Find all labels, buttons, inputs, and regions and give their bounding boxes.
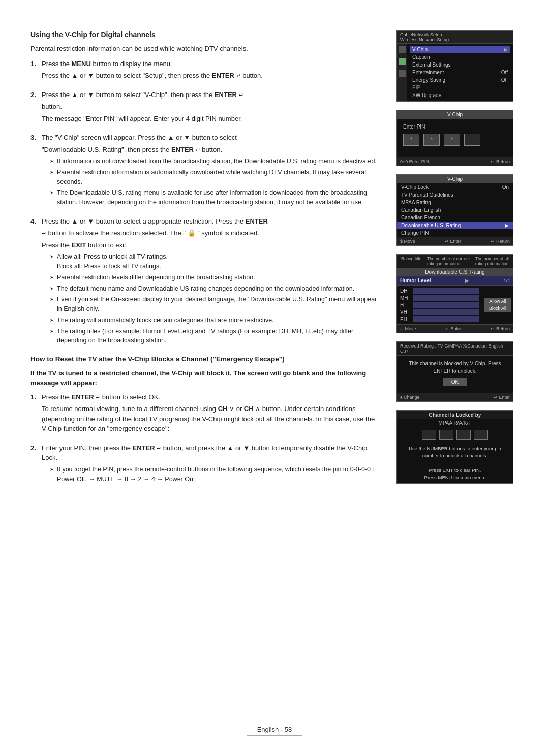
pin-body: Enter PIN * * * [397, 119, 513, 157]
humor-num: 1/2 [503, 278, 510, 284]
locked-pin-box-1 [422, 430, 436, 440]
rating-footer-return: ↩ Return [491, 326, 510, 331]
s2-step-2-num: 2. [30, 443, 42, 486]
rating-panel: Rating title The number of currentrating… [396, 254, 513, 333]
step-1-line-1: Press the MENU button to display the men… [42, 59, 381, 69]
pin-footer-right: ↩ Return [491, 159, 510, 164]
tv-guidelines-label: TV Parental Guidelines [401, 192, 453, 198]
rating-row-dh: DH [400, 288, 479, 294]
vchip-lock-item[interactable]: V-Chip Lock : On [397, 183, 513, 191]
s2-step-2-bullet-1: If you forget the PIN, press the remote-… [50, 465, 381, 484]
setup-menu-panel: CableNetwork Setup Wireless Network Setu… [396, 30, 513, 102]
step-3-bullets: If information is not downloaded from th… [50, 156, 381, 207]
setup-body: V-Chip ▶ Caption External Settings Enter… [397, 44, 513, 101]
humor-row: Humor Level ▶ 1/2 [397, 276, 513, 286]
step-4-line-2: ↵ button to activate the restriction sel… [42, 228, 381, 238]
rating-header-col1: Rating title [401, 256, 421, 266]
vchip-arrow: ▶ [504, 47, 508, 52]
locked-pin-boxes [397, 427, 513, 443]
cable-network-label: CableNetwork Setup [400, 32, 510, 37]
vchip-canadian-french[interactable]: Canadian French [397, 214, 513, 222]
setup-menu-items: V-Chip ▶ Caption External Settings Enter… [407, 44, 513, 101]
row-label-h: H [400, 302, 411, 308]
step-1-content: Press the MENU button to display the men… [42, 59, 381, 83]
left-column: Using the V-Chip for Digital channels Pa… [30, 30, 396, 726]
allow-all-button[interactable]: Allow All [484, 298, 511, 305]
step-4-line-3: Press the EXIT button to exit. [42, 240, 381, 250]
rating-header-col2: The number of currentrating information [427, 256, 470, 266]
right-column: CableNetwork Setup Wireless Network Setu… [396, 30, 518, 726]
rating-panel-title: Downloadable U.S. Rating [397, 268, 513, 276]
s2-step-2-line-1: Enter your PIN, then press the ENTER ↵ b… [42, 443, 381, 463]
vchip-lock-label: V-Chip Lock [401, 184, 429, 190]
setup-item-pip[interactable]: PIP [410, 84, 510, 91]
setup-item-caption[interactable]: Caption [410, 53, 510, 61]
step-2-num: 2. [30, 90, 42, 126]
vchip-lock-value: : On [499, 184, 509, 190]
row-label-dh: DH [400, 288, 411, 294]
setup-item-entertainment[interactable]: Entertainment : Off [410, 69, 510, 76]
locked-body: Use the NUMBER buttons to enter your pin… [397, 443, 513, 483]
row-bar-dh [413, 288, 479, 294]
rating-main-area: DH MH H VH [397, 286, 513, 324]
setup-item-external[interactable]: External Settings [410, 61, 510, 69]
step-3-content: The "V-Chip" screen will appear. Press t… [42, 133, 381, 209]
step-1-num: 1. [30, 59, 42, 83]
step-3-bullet-1: If information is not downloaded from th… [50, 156, 381, 166]
external-label: External Settings [412, 62, 451, 68]
setup-sidebar [397, 44, 407, 101]
step-3-bullet-2: Parental restriction information is auto… [50, 168, 381, 187]
step-3: 3. The "V-Chip" screen will appear. Pres… [30, 133, 381, 209]
locked-body-line3: Press MENU for main menu. [402, 474, 508, 481]
step-4-bullet-5: The rating will automatically block cert… [50, 316, 381, 325]
row-bar-h [413, 302, 479, 308]
row-bar-eh [413, 316, 479, 322]
rating-row-mh: MH [400, 295, 479, 301]
blocked-message: This channel is blocked by V-Chip. Press… [403, 360, 507, 375]
page: Using the V-Chip for Digital channels Pa… [0, 0, 549, 756]
energy-value: : Off [498, 77, 508, 83]
vchip-downloadable[interactable]: Downloadable U.S. Rating ▶ [397, 222, 513, 229]
humor-label: Humor Level [400, 278, 431, 284]
s2-step-1: 1. Press the ENTER ↵ button to select OK… [30, 392, 381, 436]
block-all-button[interactable]: Block All [484, 305, 511, 312]
vchip-tv-guidelines[interactable]: TV Parental Guidelines [397, 191, 513, 199]
setup-item-energy[interactable]: Energy Saving : Off [410, 76, 510, 84]
pin-box-4 [464, 134, 480, 146]
footer-text: English - 58 [257, 726, 292, 733]
canadian-french-label: Canadian French [401, 215, 440, 220]
blocked-panel: Received Rating : TV-G/MPAA X/Canadian E… [396, 341, 513, 402]
pin-panel: V-Chip Enter PIN * * * 0~9 Enter PIN ↩ R… [396, 110, 513, 166]
step-2-line-1: Press the ▲ or ▼ button to select "V-Chi… [42, 90, 381, 100]
setup-icon-2 [399, 58, 406, 65]
pin-panel-title: V-Chip [397, 110, 513, 119]
step-3-line-2: "Downloadable U.S. Rating", then press t… [42, 145, 381, 155]
page-footer: English - 58 [0, 723, 549, 736]
s2-step-1-num: 1. [30, 392, 42, 436]
locked-body-line2: Press EXIT to clear PIN. [402, 467, 508, 474]
section2-bold-intro: If the TV is tuned to a restricted chann… [30, 368, 381, 388]
s2-step-1-content: Press the ENTER ↵ button to select OK. T… [42, 392, 381, 436]
setup-item-sw[interactable]: SW Upgrade [410, 91, 510, 99]
vchip-canadian-english[interactable]: Canadian English [397, 206, 513, 214]
blocked-footer: ♦ Change ↵ Enter [397, 393, 513, 401]
ok-button[interactable]: OK [443, 378, 467, 386]
setup-icon-3 [399, 70, 406, 77]
footer-inner: English - 58 [247, 723, 303, 736]
entertainment-value: : Off [498, 70, 508, 75]
vchip-change-pin[interactable]: Change PIN [397, 229, 513, 237]
rating-footer: ◇ Move ↵ Enter ↩ Return [397, 324, 513, 333]
row-bar-mh [413, 295, 479, 301]
pin-box-3: * [444, 134, 460, 146]
blocked-footer-enter: ↵ Enter [494, 395, 510, 400]
rating-footer-move: ◇ Move [400, 326, 416, 331]
setup-item-vchip[interactable]: V-Chip ▶ [410, 46, 510, 53]
step-3-num: 3. [30, 133, 42, 209]
step-2-content: Press the ▲ or ▼ button to select "V-Chi… [42, 90, 381, 126]
energy-label: Energy Saving [412, 77, 445, 83]
rating-row-eh: EH [400, 316, 479, 322]
pin-boxes: * * * [403, 134, 507, 146]
vchip-footer-return: ↩ Return [491, 239, 510, 244]
vchip-options-panel: V-Chip V-Chip Lock : On TV Parental Guid… [396, 174, 513, 246]
vchip-mpaa[interactable]: MPAA Rating [397, 199, 513, 206]
